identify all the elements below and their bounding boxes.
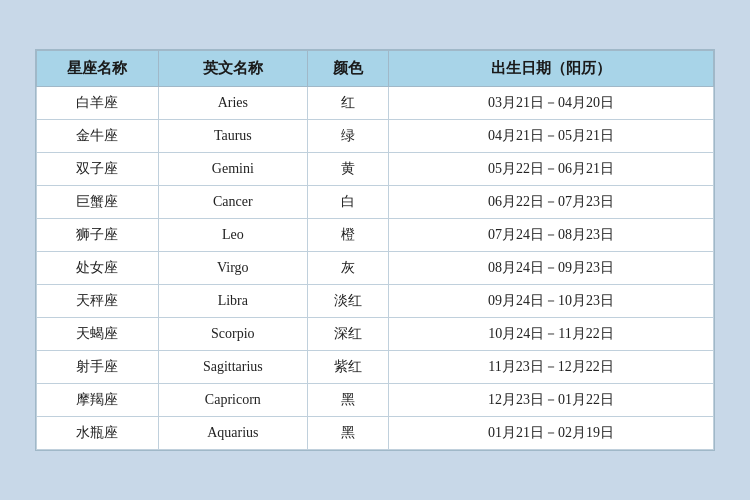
table-row: 白羊座Aries红03月21日－04月20日 [37,87,714,120]
cell-english: Aquarius [158,417,307,450]
cell-color: 紫红 [307,351,388,384]
cell-date: 04月21日－05月21日 [389,120,714,153]
cell-color: 淡红 [307,285,388,318]
cell-english: Libra [158,285,307,318]
table-row: 水瓶座Aquarius黑01月21日－02月19日 [37,417,714,450]
cell-chinese: 射手座 [37,351,159,384]
cell-chinese: 双子座 [37,153,159,186]
header-color: 颜色 [307,51,388,87]
cell-chinese: 巨蟹座 [37,186,159,219]
cell-date: 01月21日－02月19日 [389,417,714,450]
cell-color: 白 [307,186,388,219]
table-row: 处女座Virgo灰08月24日－09月23日 [37,252,714,285]
cell-chinese: 白羊座 [37,87,159,120]
cell-chinese: 金牛座 [37,120,159,153]
cell-date: 10月24日－11月22日 [389,318,714,351]
cell-date: 08月24日－09月23日 [389,252,714,285]
header-english: 英文名称 [158,51,307,87]
cell-chinese: 狮子座 [37,219,159,252]
cell-english: Cancer [158,186,307,219]
table-row: 金牛座Taurus绿04月21日－05月21日 [37,120,714,153]
cell-date: 09月24日－10月23日 [389,285,714,318]
cell-chinese: 水瓶座 [37,417,159,450]
cell-color: 橙 [307,219,388,252]
table-header-row: 星座名称 英文名称 颜色 出生日期（阳历） [37,51,714,87]
header-chinese: 星座名称 [37,51,159,87]
cell-date: 07月24日－08月23日 [389,219,714,252]
cell-color: 灰 [307,252,388,285]
cell-date: 06月22日－07月23日 [389,186,714,219]
cell-color: 绿 [307,120,388,153]
cell-chinese: 摩羯座 [37,384,159,417]
cell-date: 12月23日－01月22日 [389,384,714,417]
table-row: 摩羯座Capricorn黑12月23日－01月22日 [37,384,714,417]
cell-color: 深红 [307,318,388,351]
cell-english: Capricorn [158,384,307,417]
cell-english: Leo [158,219,307,252]
table-row: 射手座Sagittarius紫红11月23日－12月22日 [37,351,714,384]
table-row: 狮子座Leo橙07月24日－08月23日 [37,219,714,252]
cell-chinese: 天秤座 [37,285,159,318]
cell-english: Sagittarius [158,351,307,384]
zodiac-table: 星座名称 英文名称 颜色 出生日期（阳历） 白羊座Aries红03月21日－04… [36,50,714,450]
table-row: 双子座Gemini黄05月22日－06月21日 [37,153,714,186]
cell-color: 黑 [307,384,388,417]
cell-color: 黑 [307,417,388,450]
cell-english: Scorpio [158,318,307,351]
cell-chinese: 天蝎座 [37,318,159,351]
cell-english: Taurus [158,120,307,153]
table-body: 白羊座Aries红03月21日－04月20日金牛座Taurus绿04月21日－0… [37,87,714,450]
zodiac-table-container: 星座名称 英文名称 颜色 出生日期（阳历） 白羊座Aries红03月21日－04… [35,49,715,451]
cell-date: 05月22日－06月21日 [389,153,714,186]
cell-color: 红 [307,87,388,120]
table-row: 天秤座Libra淡红09月24日－10月23日 [37,285,714,318]
cell-color: 黄 [307,153,388,186]
cell-chinese: 处女座 [37,252,159,285]
table-row: 天蝎座Scorpio深红10月24日－11月22日 [37,318,714,351]
cell-date: 11月23日－12月22日 [389,351,714,384]
cell-date: 03月21日－04月20日 [389,87,714,120]
cell-english: Aries [158,87,307,120]
header-date: 出生日期（阳历） [389,51,714,87]
table-row: 巨蟹座Cancer白06月22日－07月23日 [37,186,714,219]
cell-english: Virgo [158,252,307,285]
cell-english: Gemini [158,153,307,186]
